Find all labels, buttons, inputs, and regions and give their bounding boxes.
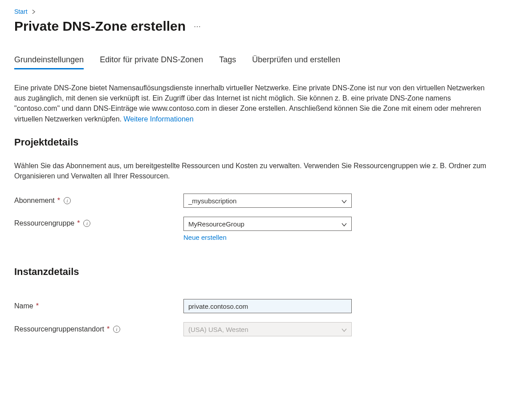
- tab-editor[interactable]: Editor für private DNS-Zonen: [100, 55, 203, 69]
- info-icon[interactable]: i: [64, 197, 71, 204]
- tab-grundeinstellungen[interactable]: Grundeinstellungen: [14, 55, 84, 69]
- project-details-heading: Projektdetails: [14, 137, 494, 148]
- chevron-down-icon: [341, 327, 347, 332]
- intro-description: Eine private DNS-Zone bietet Namensauflö…: [14, 83, 491, 124]
- location-select: (USA) USA, Westen: [183, 322, 352, 336]
- resourcegroup-value: MyResourceGroup: [188, 220, 244, 228]
- subscription-label: Abonnement* i: [14, 197, 183, 205]
- name-input[interactable]: private.contoso.com: [183, 299, 352, 313]
- location-value: (USA) USA, Westen: [188, 326, 248, 333]
- required-marker: *: [57, 197, 60, 205]
- tab-tags[interactable]: Tags: [219, 55, 236, 69]
- create-new-link[interactable]: Neue erstellen: [183, 234, 227, 241]
- breadcrumb-start[interactable]: Start: [14, 8, 28, 15]
- instance-details-heading: Instanzdetails: [14, 266, 494, 278]
- tab-review[interactable]: Überprüfen und erstellen: [252, 55, 340, 69]
- resourcegroup-select[interactable]: MyResourceGroup: [183, 217, 352, 231]
- info-icon[interactable]: i: [83, 220, 90, 227]
- location-label: Ressourcengruppenstandort* i: [14, 325, 183, 333]
- required-marker: *: [36, 302, 39, 310]
- name-label: Name*: [14, 302, 183, 310]
- page-title: Private DNS-Zone erstellen: [14, 19, 186, 34]
- intro-text: Eine private DNS-Zone bietet Namensauflö…: [14, 84, 485, 123]
- chevron-down-icon: [341, 198, 347, 203]
- name-value: private.contoso.com: [188, 303, 248, 310]
- more-icon[interactable]: ⋯: [194, 22, 201, 31]
- resourcegroup-label: Ressourcengruppe* i: [14, 217, 183, 227]
- chevron-right-icon: [32, 9, 36, 15]
- subscription-value: _mysubscription: [188, 197, 236, 205]
- required-marker: *: [107, 325, 110, 333]
- chevron-down-icon: [341, 221, 347, 226]
- more-info-link[interactable]: Weitere Informationen: [123, 115, 193, 123]
- project-details-description: Wählen Sie das Abonnement aus, um bereit…: [14, 161, 491, 181]
- breadcrumb: Start: [14, 8, 494, 15]
- required-marker: *: [77, 219, 80, 227]
- subscription-select[interactable]: _mysubscription: [183, 194, 352, 208]
- info-icon[interactable]: i: [113, 326, 120, 333]
- tabs: Grundeinstellungen Editor für private DN…: [14, 55, 494, 69]
